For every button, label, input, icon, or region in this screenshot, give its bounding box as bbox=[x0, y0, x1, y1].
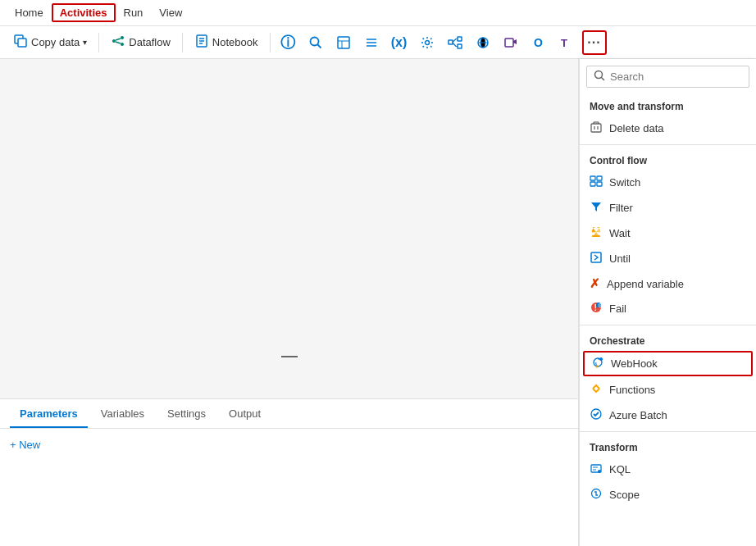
section-orchestrate: Orchestrate bbox=[580, 329, 756, 350]
item-functions[interactable]: Functions bbox=[580, 377, 756, 403]
delete-data-label: Delete data bbox=[609, 122, 664, 134]
tab-output[interactable]: Output bbox=[219, 401, 271, 428]
kql-icon bbox=[590, 462, 603, 477]
settings-cog-button[interactable] bbox=[415, 30, 439, 55]
menu-home[interactable]: Home bbox=[7, 3, 52, 22]
item-fail[interactable]: ! ⚙ Fail bbox=[580, 296, 756, 321]
item-until[interactable]: Until bbox=[580, 246, 756, 271]
dataflow-label: Dataflow bbox=[129, 36, 171, 48]
svg-rect-1 bbox=[18, 39, 26, 47]
item-kql[interactable]: KQL bbox=[580, 457, 756, 482]
wait-icon bbox=[590, 225, 603, 241]
toolbar-separator-2 bbox=[182, 33, 183, 52]
item-webhook[interactable]: WebHook bbox=[583, 351, 753, 376]
globe-button[interactable] bbox=[471, 30, 495, 55]
more-button[interactable]: ··· bbox=[582, 30, 607, 55]
notebook-icon bbox=[194, 34, 209, 52]
canvas-line bbox=[281, 356, 298, 357]
list-button[interactable] bbox=[359, 30, 384, 55]
svg-point-4 bbox=[121, 43, 124, 46]
svg-rect-13 bbox=[338, 37, 349, 48]
section-transform: Transform bbox=[580, 435, 756, 457]
item-scope[interactable]: Scope bbox=[580, 482, 756, 507]
toolbar-separator-1 bbox=[98, 33, 99, 52]
tab-settings[interactable]: Settings bbox=[157, 401, 216, 428]
item-wait[interactable]: Wait bbox=[580, 221, 756, 246]
svg-point-53 bbox=[596, 366, 599, 368]
webhook-icon bbox=[591, 356, 604, 371]
search-button[interactable] bbox=[303, 30, 328, 55]
menu-run[interactable]: Run bbox=[116, 3, 152, 22]
item-filter[interactable]: Filter bbox=[580, 195, 756, 221]
until-label: Until bbox=[609, 253, 631, 265]
video-button[interactable] bbox=[499, 30, 523, 55]
svg-rect-34 bbox=[591, 124, 601, 132]
copy-data-label: Copy data bbox=[31, 36, 80, 48]
search-input[interactable] bbox=[610, 71, 742, 83]
menu-activities[interactable]: Activities bbox=[52, 3, 116, 22]
fail-icon: ! ⚙ bbox=[590, 301, 603, 316]
bottom-tabs: Parameters Variables Settings Output bbox=[0, 399, 578, 429]
tab-variables[interactable]: Variables bbox=[91, 401, 154, 428]
svg-rect-40 bbox=[590, 176, 595, 180]
search-icon bbox=[594, 70, 605, 84]
svg-line-6 bbox=[116, 42, 121, 43]
webhook-label: WebHook bbox=[611, 357, 658, 370]
main-container: Parameters Variables Settings Output + N… bbox=[0, 59, 756, 546]
item-delete-data[interactable]: Delete data bbox=[580, 116, 756, 141]
notebook-button[interactable]: Notebook bbox=[188, 30, 265, 55]
pages-button[interactable] bbox=[331, 30, 356, 55]
menu-view[interactable]: View bbox=[151, 3, 190, 22]
functions-label: Functions bbox=[609, 384, 655, 396]
copy-data-icon bbox=[13, 34, 28, 52]
svg-line-33 bbox=[602, 78, 605, 81]
toolbar: Copy data ▾ Dataflow Notebook bbox=[0, 26, 756, 59]
kql-label: KQL bbox=[609, 463, 631, 475]
section-move-transform: Move and transform bbox=[580, 94, 756, 116]
branch-button[interactable] bbox=[443, 30, 467, 55]
item-azure-batch[interactable]: Azure Batch bbox=[580, 403, 756, 428]
item-switch[interactable]: Switch bbox=[580, 170, 756, 195]
svg-rect-41 bbox=[597, 176, 602, 180]
menu-bar: Home Activities Run View bbox=[0, 0, 756, 26]
svg-point-3 bbox=[121, 36, 124, 39]
tab-parameters[interactable]: Parameters bbox=[10, 401, 88, 428]
notebook-label: Notebook bbox=[212, 36, 258, 48]
divider-1 bbox=[580, 144, 756, 145]
azure-batch-label: Azure Batch bbox=[609, 409, 667, 421]
outlook-button[interactable]: O bbox=[526, 30, 551, 55]
svg-rect-46 bbox=[591, 253, 601, 262]
svg-rect-43 bbox=[597, 182, 602, 186]
teams-button[interactable]: T bbox=[554, 30, 579, 55]
search-box bbox=[586, 66, 749, 88]
svg-rect-30 bbox=[505, 39, 513, 47]
toolbar-separator-3 bbox=[270, 33, 271, 52]
azure-batch-icon bbox=[590, 407, 603, 423]
svg-rect-42 bbox=[590, 182, 595, 186]
dataflow-button[interactable]: Dataflow bbox=[104, 30, 177, 55]
svg-text:T: T bbox=[561, 37, 567, 49]
dataflow-icon bbox=[111, 34, 125, 52]
filter-label: Filter bbox=[609, 202, 633, 214]
svg-rect-21 bbox=[458, 37, 462, 41]
svg-point-19 bbox=[425, 40, 429, 44]
scope-label: Scope bbox=[609, 489, 640, 501]
switch-icon bbox=[590, 175, 603, 190]
svg-rect-20 bbox=[449, 40, 453, 44]
variable-button[interactable]: (x) bbox=[387, 30, 412, 55]
item-append-variable[interactable]: ✗ Append variable bbox=[580, 271, 756, 296]
svg-line-24 bbox=[453, 43, 456, 47]
svg-point-32 bbox=[595, 71, 603, 79]
new-button[interactable]: + New bbox=[10, 439, 40, 451]
svg-rect-22 bbox=[458, 44, 462, 48]
svg-rect-45 bbox=[592, 235, 600, 237]
divider-2 bbox=[580, 325, 756, 325]
fail-label: Fail bbox=[609, 303, 626, 315]
canvas[interactable] bbox=[0, 59, 578, 398]
svg-line-5 bbox=[116, 39, 121, 40]
svg-point-11 bbox=[310, 37, 318, 45]
svg-text:⚙: ⚙ bbox=[598, 303, 603, 308]
info-button[interactable]: ⓘ bbox=[276, 30, 300, 55]
copy-data-button[interactable]: Copy data ▾ bbox=[7, 30, 93, 55]
append-variable-label: Append variable bbox=[607, 278, 684, 290]
